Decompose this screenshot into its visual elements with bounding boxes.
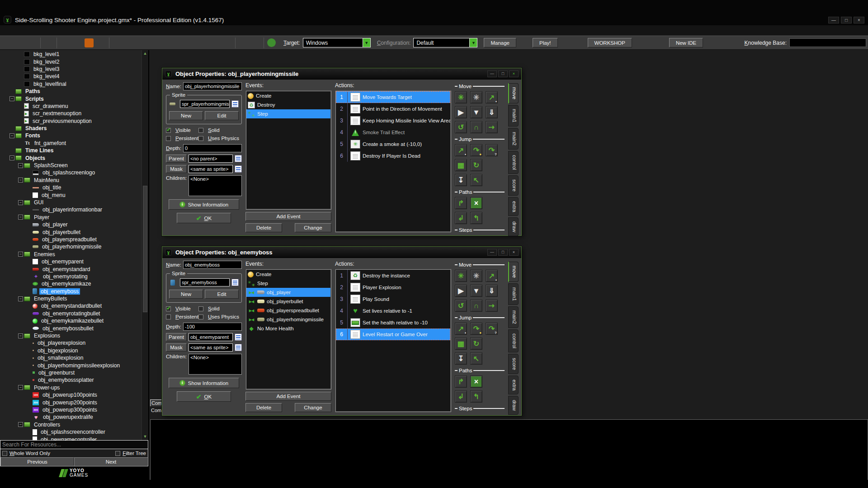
event-row[interactable]: Create xyxy=(246,91,330,100)
sprite-input[interactable]: spr_enemyboss xyxy=(180,278,230,286)
mask-input[interactable]: <same as sprite> xyxy=(189,343,233,352)
filter-tree-checkbox[interactable] xyxy=(115,451,120,456)
collapse-icon[interactable]: − xyxy=(18,296,23,301)
move-fixed-icon[interactable]: ✳ xyxy=(455,91,467,103)
solid-checkbox[interactable] xyxy=(198,306,203,311)
tree-item[interactable]: − Fonts xyxy=(0,132,148,139)
whole-word-checkbox[interactable] xyxy=(2,451,7,456)
palette-tab-main1[interactable]: main1 xyxy=(508,283,519,305)
knowledge-base-input[interactable] xyxy=(789,38,866,47)
create-shader-icon[interactable] xyxy=(173,37,184,48)
scroll-down-icon[interactable]: ▼ xyxy=(142,433,148,440)
add-resource-icon[interactable] xyxy=(250,37,261,48)
set-gravity-icon[interactable]: ⇓ xyxy=(486,285,498,297)
palette-tab-score[interactable]: score xyxy=(508,354,519,374)
palette-tab-main2[interactable]: main2 xyxy=(508,128,519,150)
path-position-icon[interactable]: ↲ xyxy=(455,390,467,403)
create-room-icon[interactable] xyxy=(222,37,233,48)
collapse-icon[interactable]: − xyxy=(18,252,23,257)
tree-item[interactable]: − 300 obj_powerup300points xyxy=(0,406,148,413)
tree-scrollbar[interactable]: ▲ ▼ xyxy=(142,50,148,440)
event-row[interactable]: Step xyxy=(246,109,330,118)
palette-tab-draw[interactable]: draw xyxy=(508,396,519,415)
tree-item[interactable]: − obj_smallexplosion xyxy=(0,354,148,361)
tree-item[interactable]: − obj_enemyrotatingbullet xyxy=(0,310,148,317)
tree-item[interactable]: − obj_enemyrotating xyxy=(0,273,148,280)
move-towards-icon[interactable]: ↗▪ xyxy=(486,91,498,103)
tree-item[interactable]: − obj_enemykamikazebullet xyxy=(0,317,148,324)
palette-tab-control[interactable]: control xyxy=(508,329,519,352)
tree-item[interactable]: − obj_enemykamikaze xyxy=(0,280,148,287)
palette-tab-move[interactable]: move xyxy=(508,83,519,103)
tree-item[interactable]: − Power-ups xyxy=(0,384,148,391)
event-row[interactable]: No More Health xyxy=(246,324,330,333)
action-row[interactable]: 2 Player Explosion xyxy=(336,282,450,293)
save-project-icon[interactable] xyxy=(27,37,38,48)
tree-item[interactable]: − Paths xyxy=(0,88,148,95)
add-event-button[interactable]: Add Event xyxy=(245,212,331,221)
sprite-menu-icon[interactable] xyxy=(231,279,239,286)
workshop-button[interactable]: WORKSHOP xyxy=(588,38,632,47)
action-row[interactable]: 3 Play Sound xyxy=(336,293,450,305)
reverse-vertical-icon[interactable]: ∩ xyxy=(470,300,482,312)
manage-button[interactable]: Manage xyxy=(484,38,516,47)
mask-button[interactable]: Mask xyxy=(166,343,187,352)
wrap-screen-icon[interactable]: ↻ xyxy=(470,338,482,350)
scrollbar-thumb[interactable] xyxy=(143,186,147,312)
scroll-up-icon[interactable]: ▲ xyxy=(142,50,148,57)
move-contact-icon[interactable]: ↧ xyxy=(455,174,467,186)
tree-item[interactable]: − EnemyBullets xyxy=(0,295,148,302)
bounce-icon[interactable]: ↖ xyxy=(470,174,482,186)
event-row[interactable]: Step xyxy=(246,279,330,288)
collapse-icon[interactable]: − xyxy=(18,178,23,183)
tree-item[interactable]: − obj_player xyxy=(0,221,148,228)
collapse-icon[interactable]: − xyxy=(18,163,23,168)
tree-item[interactable]: − obj_enemystandard xyxy=(0,265,148,272)
tree-item[interactable]: − Objects xyxy=(0,154,148,161)
speed-horizontal-icon[interactable]: ▶ xyxy=(455,106,467,118)
parent-input[interactable]: obj_enemyparent xyxy=(189,333,233,341)
tree-item[interactable]: − obj_menu xyxy=(0,191,148,198)
tree-item[interactable]: − Time Lines xyxy=(0,147,148,154)
create-background-icon[interactable] xyxy=(136,37,147,48)
tree-item[interactable]: − SplashScreen xyxy=(0,162,148,169)
action-row[interactable]: 3 Keep Homing Missile Inside View Area xyxy=(336,115,450,127)
solid-checkbox[interactable] xyxy=(198,128,203,133)
tree-item[interactable]: − obj_greenburst xyxy=(0,369,148,376)
action-row[interactable]: 5 Create a smoke at (-10,0) xyxy=(336,138,450,150)
action-row[interactable]: 1 Move Towards Target xyxy=(336,91,450,103)
collapse-icon[interactable]: − xyxy=(18,385,23,390)
close-icon[interactable]: × xyxy=(509,249,519,256)
action-row[interactable]: 2 Point in the Direction of Movement xyxy=(336,103,450,115)
palette-tab-extra[interactable]: extra xyxy=(508,197,519,216)
close-icon[interactable]: × xyxy=(509,70,519,77)
parent-menu-icon[interactable] xyxy=(235,155,242,162)
change-event-button[interactable]: Change xyxy=(295,403,331,412)
collapse-icon[interactable]: − xyxy=(18,215,23,220)
tree-item[interactable]: − 200 obj_powerup200points xyxy=(0,399,148,406)
action-row[interactable]: 4 Smoke Trail Effect xyxy=(336,127,450,138)
wrap-screen-icon[interactable]: ↻ xyxy=(470,159,482,171)
jump-position-icon[interactable]: ↗▪ xyxy=(455,323,467,335)
depth-input[interactable]: 0 xyxy=(183,144,242,152)
tree-item[interactable]: − obj_playerinformationbar xyxy=(0,206,148,213)
tree-item[interactable]: − GUI xyxy=(0,199,148,206)
next-button[interactable]: Next xyxy=(74,457,148,466)
align-grid-icon[interactable]: ▦ xyxy=(455,338,467,350)
tree-item[interactable]: − obj_playerhomingmissile xyxy=(0,243,148,250)
maximize-icon[interactable]: □ xyxy=(498,70,508,77)
event-row[interactable]: obj_playerspreadbullet xyxy=(246,306,330,315)
create-sprite-icon[interactable] xyxy=(112,37,123,48)
tree-item[interactable]: − Tt fnt_gamefont xyxy=(0,140,148,147)
set-friction-icon[interactable]: ⇢ xyxy=(486,300,498,312)
run-icon[interactable] xyxy=(59,37,71,48)
minimize-icon[interactable]: — xyxy=(828,17,839,23)
jump-position-icon[interactable]: ↗▪ xyxy=(455,144,467,156)
create-path-icon[interactable] xyxy=(148,37,160,48)
tree-item[interactable]: − Explosions xyxy=(0,332,148,339)
event-row[interactable]: obj_player xyxy=(246,288,330,297)
compile-output[interactable] xyxy=(150,419,868,480)
uses-physics-checkbox[interactable] xyxy=(198,314,203,319)
create-object-icon[interactable] xyxy=(209,37,221,48)
move-contact-icon[interactable]: ↧ xyxy=(455,352,467,365)
